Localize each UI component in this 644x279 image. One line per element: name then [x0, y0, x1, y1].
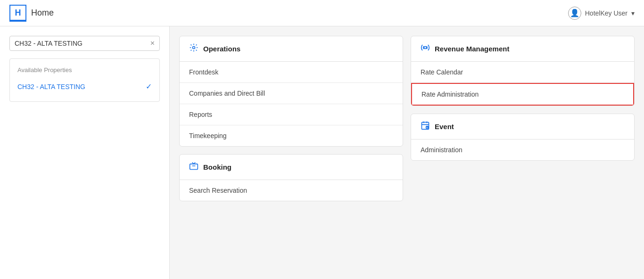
right-column: Revenue Management Rate Calendar Rate Ad… — [411, 36, 635, 270]
booking-header: Booking — [180, 155, 403, 180]
operations-header: Operations — [180, 36, 403, 62]
sidebar: × Available Properties CH32 - ALTA TESTI… — [0, 26, 170, 279]
revenue-icon — [421, 43, 430, 55]
chevron-down-icon: ▾ — [631, 9, 635, 17]
left-column: Operations Frontdesk Companies and Direc… — [179, 36, 403, 270]
frontdesk-item[interactable]: Frontdesk — [180, 62, 403, 83]
available-properties-label: Available Properties — [17, 66, 152, 74]
rate-administration-item[interactable]: Rate Administration — [411, 83, 634, 106]
logo: H — [9, 5, 26, 22]
reports-item[interactable]: Reports — [180, 104, 403, 125]
revenue-management-header: Revenue Management — [411, 36, 634, 62]
svg-rect-1 — [190, 164, 198, 170]
available-properties-box: Available Properties CH32 - ALTA TESTING… — [9, 58, 160, 102]
main-wrapper: × Available Properties CH32 - ALTA TESTI… — [0, 26, 644, 279]
event-header: Event — [411, 114, 634, 140]
companies-direct-bill-item[interactable]: Companies and Direct Bill — [180, 83, 403, 104]
user-name: HotelKey User — [585, 9, 627, 17]
app-header: H Home 👤 HotelKey User ▾ — [0, 0, 644, 26]
property-item[interactable]: CH32 - ALTA TESTING ✓ — [17, 79, 152, 94]
columns-layout: Operations Frontdesk Companies and Direc… — [179, 36, 635, 270]
svg-point-0 — [193, 47, 195, 49]
content-area: Operations Frontdesk Companies and Direc… — [170, 26, 644, 279]
property-search-box: × — [9, 36, 160, 51]
clear-search-icon[interactable]: × — [150, 39, 155, 48]
search-reservation-item[interactable]: Search Reservation — [180, 180, 403, 201]
revenue-management-label: Revenue Management — [435, 45, 509, 53]
event-label: Event — [435, 123, 454, 131]
event-card: Event Administration — [411, 114, 635, 161]
property-name: CH32 - ALTA TESTING — [17, 83, 85, 90]
booking-card: Booking Search Reservation — [179, 154, 403, 201]
booking-label: Booking — [203, 163, 231, 171]
operations-card: Operations Frontdesk Companies and Direc… — [179, 36, 403, 147]
rate-calendar-item[interactable]: Rate Calendar — [411, 62, 634, 83]
operations-label: Operations — [203, 45, 240, 53]
timekeeping-item[interactable]: Timekeeping — [180, 125, 403, 146]
user-avatar-icon: 👤 — [568, 7, 581, 20]
event-icon — [421, 121, 430, 132]
page-title: Home — [31, 8, 54, 18]
logo-letter: H — [15, 8, 21, 18]
header-left: H Home — [9, 5, 54, 22]
operations-icon — [189, 43, 198, 55]
property-search-input[interactable] — [15, 40, 150, 47]
property-check-icon: ✓ — [146, 82, 152, 91]
event-administration-item[interactable]: Administration — [411, 140, 634, 160]
user-menu[interactable]: 👤 HotelKey User ▾ — [568, 7, 635, 20]
svg-point-3 — [424, 47, 427, 49]
booking-icon — [189, 161, 198, 173]
revenue-management-card: Revenue Management Rate Calendar Rate Ad… — [411, 36, 635, 106]
